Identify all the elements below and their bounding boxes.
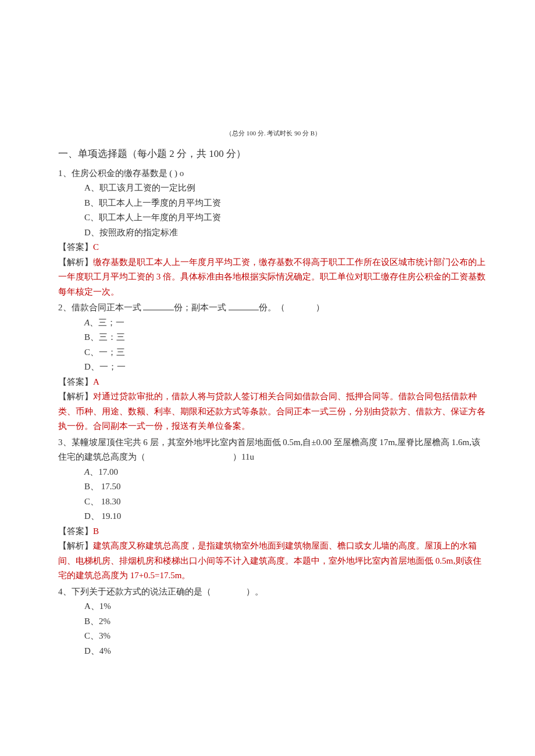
question-2: 2、借款合同正本一式 份；副本一式 份。（） A、三；一 B、三：三 C、一；三… [58,300,488,434]
q2-options: A、三；一 B、三：三 C、一；三 D、一；一 [58,316,488,375]
q3-text: 3、某幢坡屋顶住宅共 6 层，其室外地坪比室内首层地面低 0.5m,自±0.00… [58,435,488,465]
q4-option-d: D、4% [84,644,488,659]
explain-text: 缴存基数是职工本人上一年度月平均工资，缴存基数不得高于职工工作所在设区城市统计部… [58,257,486,296]
answer-value: B [93,526,99,536]
q2-option-b: B、三：三 [84,330,488,345]
q2-part1: 2、借款合同正本一式 [58,303,143,312]
blank-1 [143,301,174,310]
explain-label: 【解析】 [58,541,93,550]
q3-option-c: C、 18.30 [84,495,488,510]
explain-label: 【解析】 [58,257,93,267]
question-4: 4、下列关于还款方式的说法正确的是（）。 A、1% B、2% C、3% D、4% [58,585,488,659]
answer-label: 【答案】 [58,526,93,536]
q3-explain: 【解析】建筑高度又称建筑总高度，是指建筑物室外地面到建筑物屋面、檐口或女儿墙的高… [58,539,488,583]
answer-value: C [93,242,99,252]
q1-text: 1、住房公积金的缴存基数是 ( ) o [58,166,488,181]
q3-option-d: D、 19.10 [84,509,488,524]
italic-a: A [84,318,90,327]
answer-value: A [93,377,99,386]
question-3: 3、某幢坡屋顶住宅共 6 层，其室外地坪比室内首层地面低 0.5m,自±0.00… [58,435,488,583]
q1-option-c: C、职工本人上一年度的月平均工资 [84,210,488,225]
q3-options: A、17.00 B、 17.50 C、 18.30 D、 19.10 [58,465,488,524]
q2-option-a: A、三；一 [84,316,488,331]
italic-a: A [84,467,90,476]
q3-answer: 【答案】B [58,524,488,539]
q2-part4: ） [316,303,324,312]
q4-option-b: B、2% [84,614,488,629]
section-title: 一、单项选择题（每小题 2 分，共 100 分） [58,146,488,163]
q1-answer: 【答案】C [58,240,488,255]
q3-part1: 3、某幢坡屋顶住宅共 6 层，其室外地坪比室内首层地面低 0.5m,自±0.00… [58,438,480,462]
q2-option-d: D、一；一 [84,360,488,375]
q1-option-b: B、职工本人上一季度的月平均工资 [84,196,488,211]
q2-answer: 【答案】A [58,375,488,390]
q4-text: 4、下列关于还款方式的说法正确的是（）。 [58,585,488,600]
q3-option-b: B、 17.50 [84,479,488,495]
q1-explain: 【解析】缴存基数是职工本人上一年度月平均工资，缴存基数不得高于职工工作所在设区城… [58,255,488,300]
q2-explain: 【解析】对通过贷款审批的，借款人将与贷款人签订相关合同如借款合同、抵押合同等。借… [58,389,488,434]
q1-options: A、职工该月工资的一定比例 B、职工本人上一季度的月平均工资 C、职工本人上一年… [58,181,488,240]
explain-text: 建筑高度又称建筑总高度，是指建筑物室外地面到建筑物屋面、檐口或女儿墙的高度。屋顶… [58,541,482,580]
question-1: 1、住房公积金的缴存基数是 ( ) o A、职工该月工资的一定比例 B、职工本人… [58,166,488,300]
answer-label: 【答案】 [58,242,93,252]
explain-text: 对通过贷款审批的，借款人将与贷款人签订相关合同如借款合同、抵押合同等。借款合同包… [58,392,486,431]
q3-a-rest: 、17.00 [90,467,118,476]
q4-part1: 4、下列关于还款方式的说法正确的是（ [58,587,211,596]
q3-option-a: A、17.00 [84,465,488,480]
q3-part2: ）11u [233,452,254,461]
q4-option-a: A、1% [84,599,488,614]
explain-label: 【解析】 [58,392,93,401]
q2-part2: 份；副本一式 [174,303,229,312]
q4-part2: ）。 [246,587,263,596]
q2-part3: 份。（ [259,303,285,312]
q1-option-d: D、按照政府的指定标准 [84,225,488,241]
blank-2 [229,301,259,310]
q1-option-a: A、职工该月工资的一定比例 [84,181,488,196]
q2-text: 2、借款合同正本一式 份；副本一式 份。（） [58,300,488,316]
answer-label: 【答案】 [58,377,93,386]
q2-option-c: C、一；三 [84,345,488,360]
q2-a-rest: 、三；一 [90,318,124,327]
q4-options: A、1% B、2% C、3% D、4% [58,599,488,658]
q4-option-c: C、3% [84,629,488,644]
exam-meta: （总分 100 分. 考试时长 90 分 B） [58,128,488,139]
